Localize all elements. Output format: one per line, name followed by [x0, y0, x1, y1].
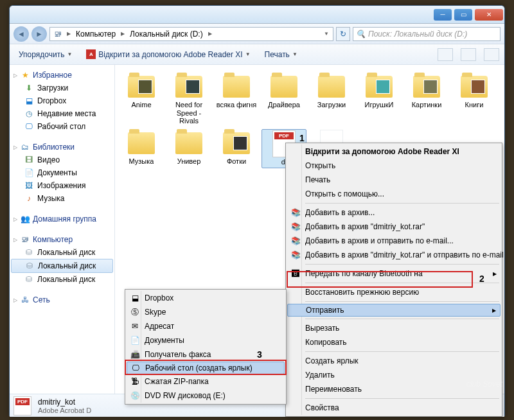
folder-nfs[interactable]: Need for Speed - Rivals [166, 73, 211, 127]
doc-icon: 📄 [129, 335, 141, 346]
breadcrumb-drive[interactable]: Локальный диск (D:) [128, 30, 204, 39]
context-item[interactable]: Открыть [287, 159, 501, 173]
context-item[interactable]: 🅱Передать по каналу Bluetooth на▶ [287, 267, 501, 281]
minimize-button[interactable]: ─ [434, 9, 452, 21]
sendto-item-label: Документы [145, 336, 184, 345]
libraries-icon: 🗂 [20, 142, 30, 152]
back-button[interactable]: ◄ [13, 26, 29, 42]
sidebar-item-dropbox[interactable]: ⬓Dropbox [11, 94, 113, 107]
context-item-label: Вырезать [305, 324, 339, 333]
annotation-1: 1 [299, 133, 305, 143]
help-button[interactable] [484, 48, 499, 61]
chevron-down-icon: ▼ [292, 51, 297, 57]
maximize-button[interactable]: ▭ [454, 9, 472, 21]
folder-anime[interactable]: Anime [119, 73, 164, 127]
dropbox-icon: ⬓ [24, 96, 34, 106]
context-item[interactable]: Печать [287, 173, 501, 187]
folder-books[interactable]: Книги [452, 73, 497, 127]
folder-downloads[interactable]: Загрузки [309, 73, 354, 127]
sendto-item[interactable]: ⬓Dropbox [127, 291, 285, 305]
folder-drivers[interactable]: Драйвера [261, 73, 306, 127]
sidebar-item-disk-selected[interactable]: ⛁Локальный диск [11, 259, 113, 273]
sidebar-item-videos[interactable]: 🎞Видео [11, 153, 113, 166]
sendto-item[interactable]: 🗜Сжатая ZIP-папка [127, 374, 285, 389]
dvd-icon: 💿 [129, 390, 141, 401]
open-with-button[interactable]: A Відкрити за допомогою Adobe Reader XI▼ [82, 48, 254, 61]
context-item[interactable]: Свойства [287, 401, 501, 415]
context-item[interactable]: 📚Добавить в архив "dmitriy_kot.rar" [287, 220, 501, 234]
sendto-item[interactable]: 🖵Рабочий стол (создать ярлык) [127, 362, 285, 374]
titlebar: ─ ▭ ✕ [10, 6, 504, 24]
close-button[interactable]: ✕ [475, 9, 503, 21]
sidebar-item-documents[interactable]: 📄Документы [11, 166, 113, 179]
pictures-icon: 🖼 [24, 180, 34, 191]
desktop-icon: 🖵 [24, 121, 34, 132]
network-icon: 🖧 [20, 295, 30, 305]
forward-button[interactable]: ► [31, 26, 47, 42]
folder-univer[interactable]: Универ [166, 129, 211, 168]
context-item-label: Создать ярлык [305, 356, 359, 365]
sidebar-network-header[interactable]: ▷🖧Сеть [11, 293, 113, 306]
context-item[interactable]: Создать ярлык [287, 354, 501, 368]
sidebar-favorites-header[interactable]: ▷★Избранное [11, 69, 113, 82]
folder-photos[interactable]: Фотки [214, 129, 259, 168]
sidebar-homegroup-header[interactable]: ▷👥Домашняя группа [11, 213, 113, 225]
context-item-label: Переименовать [305, 385, 362, 394]
context-item[interactable]: Копировать [287, 335, 501, 349]
disk-icon: ⛁ [24, 247, 34, 258]
fax-icon: 📠 [129, 349, 141, 360]
sidebar-item-disk[interactable]: ⛁Локальный диск [11, 246, 113, 259]
context-item[interactable]: Отправить▶ [287, 304, 501, 317]
submenu-arrow-icon: ▶ [492, 308, 496, 313]
context-item-label: Свойства [305, 403, 339, 412]
context-item[interactable]: 📚Добавить в архив и отправить по e-mail.… [287, 234, 501, 248]
rar-icon: 📚 [290, 207, 301, 218]
folder-games[interactable]: ИгрушкИ [357, 73, 402, 127]
context-item[interactable]: Відкрити за допомогою Adobe Reader XI [287, 144, 501, 159]
folder-stuff[interactable]: всяка фигня [214, 73, 259, 127]
sidebar-item-music[interactable]: ♪Музыка [11, 192, 113, 205]
context-item-label: Отправить [306, 306, 344, 315]
sendto-item[interactable]: 💿DVD RW дисковод (E:) [127, 389, 285, 403]
context-item[interactable]: Вырезать [287, 321, 501, 335]
sendto-item-label: Skype [145, 308, 166, 317]
sidebar-item-desktop[interactable]: 🖵Рабочий стол [11, 120, 113, 133]
context-item[interactable]: Восстановить прежнюю версию [287, 285, 501, 299]
view-options-button[interactable] [438, 48, 453, 61]
organize-button[interactable]: Упорядочить▼ [15, 48, 76, 61]
preview-pane-button[interactable] [461, 48, 476, 61]
breadcrumb[interactable]: 🖳 ▶ Компьютер ▶ Локальный диск (D:) ▶ ▼ [49, 27, 333, 41]
context-item[interactable]: Переименовать [287, 382, 501, 396]
bt-icon: 🅱 [290, 268, 301, 279]
sidebar-item-recent[interactable]: ◷Недавние места [11, 107, 113, 120]
disk-icon: ⛁ [24, 274, 34, 284]
chevron-down-icon[interactable]: ▼ [323, 31, 330, 37]
recent-icon: ◷ [24, 109, 34, 119]
context-item-label: Передать по каналу Bluetooth на [305, 269, 423, 278]
sidebar-computer-header[interactable]: ▷🖳Компьютер [11, 233, 113, 246]
chevron-icon: ▷ [13, 297, 17, 303]
sidebar-item-downloads[interactable]: ⬇Загрузки [11, 82, 113, 94]
search-input[interactable]: 🔍 Поиск: Локальный диск (D:) [353, 27, 501, 41]
sendto-item[interactable]: ✉Адресат [127, 319, 285, 333]
folder-music[interactable]: Музыка [119, 129, 164, 168]
sidebar-item-disk[interactable]: ⛁Локальный диск [11, 273, 113, 286]
context-item[interactable]: Удалить [287, 368, 501, 382]
context-item[interactable]: Открыть с помощью... [287, 187, 501, 201]
folder-pictures[interactable]: Картинки [404, 73, 449, 127]
sendto-item[interactable]: ⓈSkype [127, 305, 285, 319]
context-item[interactable]: 📚Добавить в архив... [287, 206, 501, 220]
mail-icon: ✉ [129, 320, 141, 332]
sidebar-libraries-header[interactable]: ▷🗂Библиотеки [11, 141, 113, 153]
refresh-button[interactable]: ↻ [336, 27, 350, 41]
chevron-down-icon: ▼ [67, 51, 72, 57]
computer-icon: 🖳 [20, 234, 30, 245]
print-button[interactable]: Печать▼ [261, 48, 301, 61]
breadcrumb-computer[interactable]: Компьютер [75, 30, 117, 39]
context-item-label: Добавить в архив... [305, 208, 375, 217]
context-item[interactable]: 📚Добавить в архив "dmitriy_kot.rar" и от… [287, 248, 501, 262]
sidebar-item-pictures[interactable]: 🖼Изображения [11, 179, 113, 192]
disk-icon: ⛁ [24, 261, 35, 271]
app-icon [290, 188, 301, 200]
sendto-item[interactable]: 📄Документы [127, 333, 285, 347]
